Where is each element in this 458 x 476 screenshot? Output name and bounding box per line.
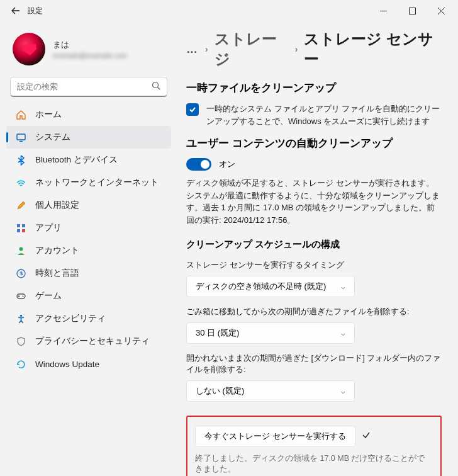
minimize-button[interactable] (369, 1, 398, 20)
nav-label: アカウント (35, 245, 79, 256)
dropdown-value: しない (既定) (196, 385, 244, 397)
svg-text:字: 字 (19, 271, 23, 276)
accessibility-icon (15, 313, 26, 324)
nav-item-system[interactable]: システム (6, 126, 171, 149)
sidebar: まは example@example.com ホーム システム Bluetoot… (0, 21, 177, 476)
bluetooth-icon (15, 154, 26, 166)
run-status: 終了しました。ディスクの領域を 17.0 MB だけ空けることができました。 (195, 453, 433, 475)
system-icon (15, 132, 26, 143)
nav-item-accounts[interactable]: アカウント (6, 239, 171, 262)
auto-cleanup-desc: ディスク領域が不足すると、ストレージ センサーが実行されます。システムが最適に動… (186, 177, 442, 226)
chevron-right-icon: › (205, 44, 208, 54)
close-button[interactable] (427, 1, 455, 20)
breadcrumb-storage[interactable]: ストレージ (215, 29, 289, 69)
breadcrumb: … › ストレージ › ストレージ センサー (186, 29, 442, 69)
nav-label: アクセシビリティ (35, 313, 106, 324)
chevron-down-icon: ⌵ (341, 283, 345, 291)
nav-label: Bluetooth とデバイス (35, 154, 118, 166)
run-now-button[interactable]: 今すぐストレージ センサーを実行する (195, 426, 355, 447)
svg-line-5 (158, 87, 160, 89)
profile[interactable]: まは example@example.com (6, 21, 171, 73)
nav-label: 時刻と言語 (35, 268, 79, 279)
nav-label: ホーム (35, 109, 62, 120)
temp-cleanup-checkbox[interactable] (186, 103, 199, 116)
svg-point-16 (22, 295, 23, 297)
breadcrumb-overflow[interactable]: … (186, 43, 199, 56)
svg-rect-6 (17, 134, 25, 140)
schedule-title: クリーンアップ スケジュールの構成 (186, 239, 442, 251)
breadcrumb-current: ストレージ センサー (304, 29, 442, 69)
temp-cleanup-title: 一時ファイルをクリーンアップ (186, 81, 442, 95)
auto-cleanup-toggle[interactable] (186, 158, 211, 171)
search-icon (152, 81, 160, 93)
nav-label: プライバシーとセキュリティ (35, 336, 150, 347)
update-icon (15, 358, 26, 370)
timing-dropdown[interactable]: ディスクの空き領域の不足時 (既定) ⌵ (186, 276, 355, 297)
downloads-dropdown[interactable]: しない (既定) ⌵ (186, 380, 355, 402)
svg-rect-1 (409, 8, 415, 14)
brush-icon (15, 200, 26, 211)
svg-rect-8 (17, 224, 20, 227)
search-field[interactable] (17, 82, 152, 91)
profile-name: まは (53, 39, 127, 50)
wifi-icon (15, 177, 26, 188)
nav-item-personalization[interactable]: 個人用設定 (6, 194, 171, 217)
nav-item-gaming[interactable]: ゲーム (6, 285, 171, 307)
check-icon (362, 431, 371, 442)
recycle-label: ごみ箱に移動してから次の期間が過ぎたファイルを削除する: (186, 306, 442, 317)
recycle-dropdown[interactable]: 30 日 (既定) ⌵ (186, 322, 355, 344)
svg-rect-9 (22, 224, 25, 227)
nav-label: アプリ (35, 222, 62, 234)
nav-item-network[interactable]: ネットワークとインターネット (6, 171, 171, 194)
svg-point-4 (153, 82, 159, 88)
search-input[interactable] (10, 77, 167, 97)
dropdown-value: ディスクの空き領域の不足時 (既定) (196, 281, 326, 292)
nav-item-apps[interactable]: アプリ (6, 217, 171, 239)
clock-icon: 字 (15, 268, 26, 279)
chevron-down-icon: ⌵ (341, 387, 345, 395)
chevron-down-icon: ⌵ (341, 329, 345, 337)
nav-item-accessibility[interactable]: アクセシビリティ (6, 307, 171, 330)
nav-item-time[interactable]: 字時刻と言語 (6, 262, 171, 285)
svg-point-12 (19, 247, 23, 251)
back-button[interactable] (11, 6, 20, 15)
nav-item-home[interactable]: ホーム (6, 103, 171, 126)
shield-icon (15, 336, 26, 347)
maximize-button[interactable] (398, 1, 427, 20)
downloads-label: 開かれないまま次の期間が過ぎた [ダウンロード] フォルダー内のファイルを削除す… (186, 353, 442, 375)
nav-label: ゲーム (35, 290, 62, 302)
nav-item-windows-update[interactable]: Windows Update (6, 353, 171, 375)
chevron-right-icon: › (295, 44, 298, 54)
nav: ホーム システム Bluetooth とデバイス ネットワークとインターネット … (6, 103, 171, 375)
home-icon (15, 109, 26, 120)
nav-label: ネットワークとインターネット (35, 177, 159, 188)
window-title: 設定 (28, 6, 43, 16)
timing-label: ストレージ センサーを実行するタイミング (186, 259, 442, 271)
check-icon (189, 106, 196, 113)
avatar (13, 33, 45, 65)
profile-email: example@example.com (53, 52, 127, 59)
nav-item-bluetooth[interactable]: Bluetooth とデバイス (6, 149, 171, 171)
gamepad-icon (15, 290, 26, 302)
nav-item-privacy[interactable]: プライバシーとセキュリティ (6, 330, 171, 353)
svg-point-17 (20, 314, 22, 317)
svg-rect-11 (22, 229, 25, 232)
temp-cleanup-text: 一時的なシステム ファイルとアプリ ファイルを自動的にクリーンアップすることで、… (206, 103, 442, 127)
nav-label: システム (35, 132, 70, 143)
svg-rect-10 (17, 229, 20, 232)
titlebar: 設定 (0, 0, 458, 21)
dropdown-value: 30 日 (既定) (196, 327, 239, 339)
nav-label: 個人用設定 (35, 200, 79, 211)
toggle-label: オン (219, 159, 235, 170)
apps-icon (15, 222, 26, 234)
main-content: … › ストレージ › ストレージ センサー 一時ファイルをクリーンアップ 一時… (177, 21, 458, 476)
auto-cleanup-title: ユーザー コンテンツの自動クリーンアップ (186, 136, 442, 150)
run-now-box: 今すぐストレージ センサーを実行する 終了しました。ディスクの領域を 17.0 … (186, 416, 442, 476)
person-icon (15, 245, 26, 256)
nav-label: Windows Update (35, 360, 99, 369)
